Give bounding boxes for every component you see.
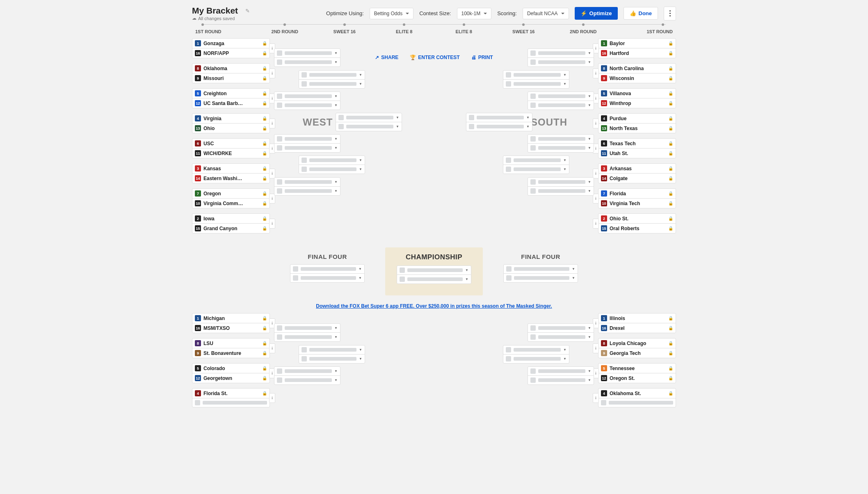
team-row[interactable]: 11WICH/DRKE🔒 [192,149,270,158]
team-row[interactable]: 1Illinois🔒 [598,313,676,323]
elite8-slot[interactable]: ▼▼ [336,113,402,131]
team-row[interactable]: 10Virginia Tech🔒 [598,199,676,208]
round2-slot[interactable]: ▼▼ [274,48,340,67]
round2-slot[interactable]: ▼▼ [528,323,594,342]
elite8-slot[interactable]: ▼▼ [466,113,532,131]
scoring-select[interactable]: Default NCAA [523,8,569,19]
matchup: 4Virginia🔒13Ohio🔒i [192,113,270,133]
sweet16-slot[interactable]: ▼▼ [503,345,569,364]
team-row[interactable]: 8North Carolina🔒 [598,64,676,73]
team-row[interactable]: 2Iowa🔒 [192,214,270,224]
print-link[interactable]: 🖨PRINT [471,55,493,60]
team-row[interactable]: 10Virginia Commo…🔒 [192,199,270,208]
sweet16-slot[interactable]: ▼▼ [299,156,365,174]
team-row[interactable]: 1Baylor🔒 [598,39,676,48]
round2-slot[interactable]: ▼▼ [274,134,340,153]
info-button[interactable]: i [593,169,599,178]
more-menu-button[interactable] [664,7,676,21]
final-four-slot-right[interactable]: ▼▼ [503,264,578,283]
round2-slot[interactable]: ▼▼ [528,366,594,385]
team-row[interactable]: 5Villanova🔒 [598,89,676,98]
done-button[interactable]: 👍Done [624,7,658,20]
team-row[interactable]: 16Hartford🔒 [598,48,676,58]
team-row[interactable]: 5Tennessee🔒 [598,364,676,373]
team-row[interactable]: 1Michigan🔒 [192,313,270,323]
team-row[interactable]: 7Oregon🔒 [192,189,270,199]
info-button[interactable]: i [269,69,275,78]
sweet16-slot[interactable]: ▼▼ [503,156,569,174]
matchup: 1Illinois🔒16Drexel🔒i [598,313,676,333]
info-button[interactable]: i [593,119,599,128]
team-row[interactable]: 3Arkansas🔒 [598,164,676,174]
team-row[interactable]: 6USC🔒 [192,139,270,149]
team-row[interactable]: 4Purdue🔒 [598,114,676,124]
promo-link[interactable]: Download the FOX Bet Super 6 app FREE. O… [316,303,552,309]
team-row[interactable]: 8LSU🔒 [192,338,270,348]
team-row[interactable]: 8Loyola Chicago🔒 [598,338,676,348]
contest-size-select[interactable]: 100k-1M [457,8,492,19]
round2-slot[interactable]: ▼▼ [528,91,594,110]
championship-slot[interactable]: ▼▼ [397,265,471,284]
team-row[interactable]: 4Florida St.🔒 [192,389,270,398]
team-row-empty[interactable] [598,398,676,407]
optimize-using-label: Optimize Using: [326,10,364,16]
team-row[interactable]: 13North Texas🔒 [598,124,676,133]
round2-slot[interactable]: ▼▼ [274,323,340,342]
info-button[interactable]: i [593,343,599,353]
team-row[interactable]: 13Ohio🔒 [192,124,270,133]
info-button[interactable]: i [593,69,599,78]
info-button[interactable]: i [269,343,275,353]
round2-slot[interactable]: ▼▼ [528,134,594,153]
round2-slot[interactable]: ▼▼ [274,366,340,385]
team-row[interactable]: 7Florida🔒 [598,189,676,199]
team-row[interactable]: 4Oklahoma St.🔒 [598,389,676,398]
team-row[interactable]: 9Wisconsin🔒 [598,73,676,83]
final-four-slot-left[interactable]: ▼▼ [290,264,365,283]
sweet16-slot[interactable]: ▼▼ [299,70,365,89]
team-row[interactable]: 1Gonzaga🔒 [192,39,270,48]
round2-slot[interactable]: ▼▼ [528,177,594,196]
team-row[interactable]: 12Winthrop🔒 [598,98,676,108]
info-button[interactable]: i [269,119,275,128]
team-row[interactable]: 3Kansas🔒 [192,164,270,174]
team-row[interactable]: 15Grand Canyon🔒 [192,224,270,233]
team-row[interactable]: 6Texas Tech🔒 [598,139,676,149]
sweet16-slot[interactable]: ▼▼ [503,70,569,89]
team-row[interactable]: 16Drexel🔒 [598,323,676,333]
team-row[interactable]: 16NORF/APP🔒 [192,48,270,58]
enter-contest-link[interactable]: 🏆ENTER CONTEST [410,55,459,60]
team-row[interactable]: 5Creighton🔒 [192,89,270,98]
team-row[interactable]: 14Colgate🔒 [598,174,676,183]
team-row[interactable]: 12UC Santa Barbara🔒 [192,98,270,108]
info-button[interactable]: i [269,219,275,229]
info-button[interactable]: i [593,219,599,229]
team-row[interactable]: 14Eastern Washin…🔒 [192,174,270,183]
optimize-button[interactable]: ⚡Optimize [575,7,618,20]
team-row[interactable]: 5Colorado🔒 [192,364,270,373]
team-row[interactable]: 11Utah St.🔒 [598,149,676,158]
team-row[interactable]: 2Ohio St.🔒 [598,214,676,224]
team-row[interactable]: 15Oral Roberts🔒 [598,224,676,233]
info-button[interactable]: i [269,169,275,178]
team-row[interactable]: 9Missouri🔒 [192,73,270,83]
team-row[interactable]: 16MSM/TXSO🔒 [192,323,270,333]
round2-slot[interactable]: ▼▼ [274,177,340,196]
team-row[interactable]: 12Georgetown🔒 [192,373,270,383]
team-row-empty[interactable] [192,398,270,407]
share-link[interactable]: ↗SHARE [375,55,398,60]
round2-slot[interactable]: ▼▼ [274,91,340,110]
team-row[interactable]: 9St. Bonaventure🔒 [192,348,270,358]
team-row[interactable]: 4Virginia🔒 [192,114,270,124]
info-button[interactable]: i [269,393,275,403]
optimize-using-select[interactable]: Betting Odds [370,8,413,19]
info-button[interactable]: i [593,393,599,403]
sweet16-slot[interactable]: ▼▼ [299,345,365,364]
round2-slot[interactable]: ▼▼ [528,48,594,67]
seed-badge: 3 [601,165,607,172]
seed-badge: 16 [195,325,201,331]
team-row[interactable]: 8Oklahoma🔒 [192,64,270,73]
chevron-down-icon [560,11,564,16]
team-row[interactable]: 9Georgia Tech🔒 [598,348,676,358]
edit-icon[interactable]: ✎ [245,8,250,14]
team-row[interactable]: 12Oregon St.🔒 [598,373,676,383]
